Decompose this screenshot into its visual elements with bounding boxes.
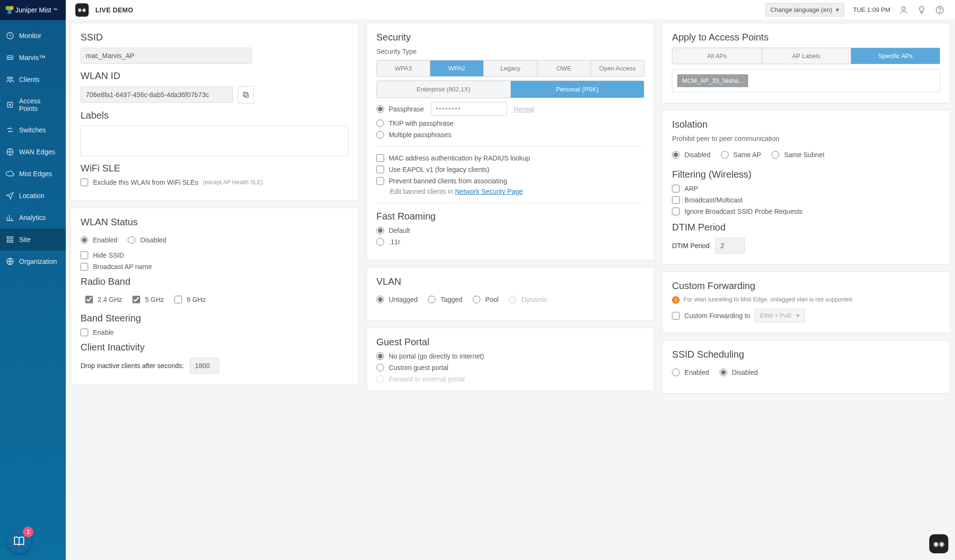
help-icon[interactable]	[935, 5, 945, 15]
eapol-row[interactable]: Use EAPOL v1 (for legacy clients)	[376, 166, 645, 173]
mac-auth-row[interactable]: MAC address authentication by RADIUS loo…	[376, 154, 645, 162]
nav-monitor[interactable]: Monitor	[0, 25, 66, 47]
gp-custom-radio[interactable]	[376, 364, 384, 371]
band24-row[interactable]: 2.4 GHz	[85, 296, 122, 303]
seg-open[interactable]: Open Access	[591, 60, 644, 76]
fwd-check-row[interactable]: Custom Forwarding to	[672, 312, 750, 320]
tkip-radio[interactable]	[376, 120, 384, 127]
ap-chip-box[interactable]: MCM_AP_33_Nisha...	[672, 69, 940, 92]
band5-checkbox[interactable]	[132, 296, 140, 303]
exclude-sle-checkbox[interactable]	[81, 179, 88, 186]
nav-access-points[interactable]: Access Points	[0, 90, 66, 119]
band5-row[interactable]: 5 GHz	[132, 296, 164, 303]
roam-11r-radio[interactable]	[376, 238, 384, 246]
ignore-probe-checkbox[interactable]	[672, 208, 680, 215]
dtim-input[interactable]	[715, 238, 745, 254]
nav-marvis[interactable]: Marvis™	[0, 47, 66, 69]
seg-wpa3[interactable]: WPA3	[377, 60, 430, 76]
sched-enabled-radio[interactable]	[672, 369, 680, 376]
seg-enterprise[interactable]: Enterprise (802.1X)	[377, 81, 511, 98]
fwd-checkbox[interactable]	[672, 312, 680, 320]
network-security-link[interactable]: Network Security Page	[455, 188, 523, 195]
sched-disabled-row[interactable]: Disabled	[720, 369, 758, 376]
vlan-tagged-row[interactable]: Tagged	[428, 296, 462, 303]
passphrase-radio[interactable]	[376, 105, 384, 113]
inactivity-input[interactable]	[190, 358, 219, 374]
seg-psk[interactable]: Personal (PSK)	[511, 81, 644, 98]
hide-ssid-row[interactable]: Hide SSID	[81, 251, 349, 259]
arp-row[interactable]: ARP	[672, 185, 940, 192]
seg-owe[interactable]: OWE	[538, 60, 591, 76]
iso-same-subnet-radio[interactable]	[772, 151, 779, 159]
ssid-input[interactable]	[81, 48, 252, 64]
vlan-pool-row[interactable]: Pool	[473, 296, 498, 303]
gp-none-radio[interactable]	[376, 352, 384, 360]
sched-disabled-radio[interactable]	[720, 369, 727, 376]
chatbot-button[interactable]: ◉◉	[929, 534, 948, 553]
gp-none-row[interactable]: No portal (go directly to internet)	[376, 352, 645, 360]
multipass-row[interactable]: Multiple passphrases	[376, 131, 645, 139]
seg-ap-labels[interactable]: AP Labels	[762, 48, 851, 64]
roam-default-radio[interactable]	[376, 227, 384, 234]
status-enabled-row[interactable]: Enabled	[81, 236, 117, 244]
nav-analytics[interactable]: Analytics	[0, 207, 66, 229]
language-select[interactable]: Change language (en) ▾	[765, 3, 844, 17]
wlan-id-input[interactable]	[81, 87, 233, 103]
iso-same-subnet-row[interactable]: Same Subnet	[772, 151, 824, 159]
multipass-radio[interactable]	[376, 131, 384, 139]
gp-forward-radio[interactable]	[376, 375, 384, 383]
nav-clients[interactable]: Clients	[0, 69, 66, 90]
passphrase-input[interactable]	[431, 102, 507, 116]
arp-checkbox[interactable]	[672, 185, 680, 192]
nav-location[interactable]: Location	[0, 185, 66, 207]
labels-input[interactable]	[81, 126, 349, 156]
roam-default-row[interactable]: Default	[376, 227, 645, 234]
roam-11r-row[interactable]: .11r	[376, 238, 645, 246]
help-bubble-button[interactable]: 1	[7, 529, 31, 553]
seg-specific-aps[interactable]: Specific APs	[851, 48, 940, 64]
status-disabled-row[interactable]: Disabled	[128, 236, 166, 244]
nav-mist-edges[interactable]: Mist Edges	[0, 163, 66, 185]
vlan-untagged-row[interactable]: Untagged	[376, 296, 418, 303]
lightbulb-icon[interactable]	[917, 5, 926, 15]
status-enabled-radio[interactable]	[81, 236, 88, 244]
copy-button[interactable]	[238, 86, 254, 103]
reveal-link[interactable]: Reveal	[514, 105, 535, 113]
bcast-checkbox[interactable]	[672, 196, 680, 204]
bcast-row[interactable]: Broadcast/Multicast	[672, 196, 940, 204]
iso-disabled-radio[interactable]	[672, 151, 680, 159]
band24-checkbox[interactable]	[85, 296, 93, 303]
vlan-tagged-radio[interactable]	[428, 296, 436, 303]
iso-same-ap-row[interactable]: Same AP	[721, 151, 761, 159]
nav-organization[interactable]: Organization	[0, 250, 66, 272]
vlan-pool-radio[interactable]	[473, 296, 480, 303]
broadcast-ap-row[interactable]: Broadcast AP name	[81, 263, 349, 270]
mac-auth-checkbox[interactable]	[376, 154, 384, 162]
gp-custom-row[interactable]: Custom guest portal	[376, 364, 645, 371]
hide-ssid-checkbox[interactable]	[81, 251, 88, 259]
user-icon[interactable]	[899, 5, 908, 15]
gp-forward-row[interactable]: Forward to external portal	[376, 375, 645, 383]
ap-chip[interactable]: MCM_AP_33_Nisha...	[677, 74, 748, 87]
vlan-untagged-radio[interactable]	[376, 296, 384, 303]
steer-enable-row[interactable]: Enable	[81, 329, 349, 336]
iso-disabled-row[interactable]: Disabled	[672, 151, 710, 159]
eapol-checkbox[interactable]	[376, 166, 384, 173]
status-disabled-radio[interactable]	[128, 236, 135, 244]
banned-row[interactable]: Prevent banned clients from associating	[376, 177, 645, 185]
band6-checkbox[interactable]	[174, 296, 182, 303]
nav-switches[interactable]: Switches	[0, 119, 66, 141]
nav-site[interactable]: Site	[0, 229, 66, 250]
exclude-sle-row[interactable]: Exclude this WLAN from WiFi SLEs (except…	[81, 179, 349, 186]
banned-checkbox[interactable]	[376, 177, 384, 185]
seg-wpa2[interactable]: WPA2	[430, 60, 484, 76]
ignore-probe-row[interactable]: Ignore Broadcast SSID Probe Requests	[672, 208, 940, 215]
tkip-row[interactable]: TKIP with passphrase	[376, 120, 645, 127]
seg-all-aps[interactable]: All APs	[672, 48, 762, 64]
band6-row[interactable]: 6 GHz	[174, 296, 206, 303]
nav-wan-edges[interactable]: WAN Edges	[0, 141, 66, 163]
steer-enable-checkbox[interactable]	[81, 329, 88, 336]
broadcast-ap-checkbox[interactable]	[81, 263, 88, 270]
sched-enabled-row[interactable]: Enabled	[672, 369, 709, 376]
passphrase-row[interactable]: Passphrase	[376, 105, 424, 113]
